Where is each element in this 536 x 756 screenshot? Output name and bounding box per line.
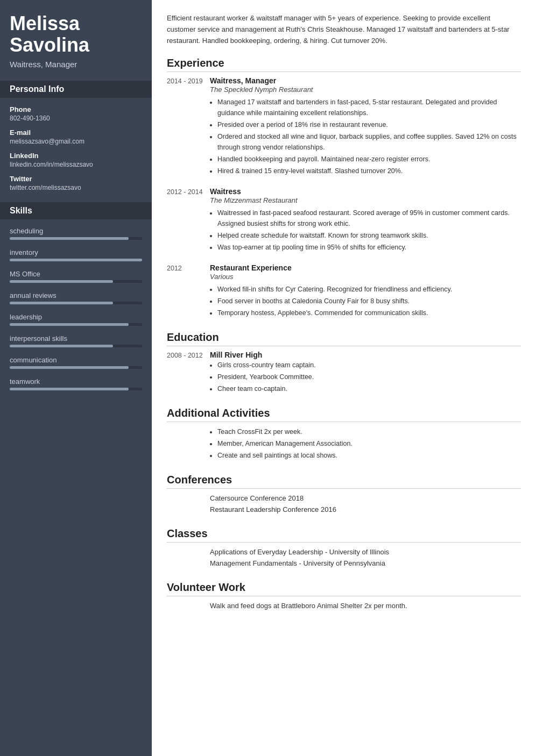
entry-bullets: Worked fill-in shifts for Cyr Catering. … — [210, 284, 521, 318]
skill-bar-bg — [10, 237, 142, 240]
activities-list: Teach CrossFit 2x per week.Member, Ameri… — [210, 426, 352, 461]
skill-item: annual reviews — [10, 291, 142, 304]
skill-item: leadership — [10, 313, 142, 326]
entry-body: Restaurant Experience Various Worked fil… — [210, 263, 521, 319]
experience-section: Experience 2014 - 2019 Waitress, Manager… — [167, 57, 521, 319]
skill-bar-fill — [10, 302, 113, 304]
activities-body: Teach CrossFit 2x per week.Member, Ameri… — [210, 426, 352, 462]
volunteer-body: Walk and feed dogs at Brattleboro Animal… — [210, 601, 407, 612]
skill-name: annual reviews — [10, 291, 142, 299]
volunteer-entry: Walk and feed dogs at Brattleboro Animal… — [167, 601, 521, 612]
activities-entry: Teach CrossFit 2x per week.Member, Ameri… — [167, 426, 521, 462]
class-item: Applications of Everyday Leadership - Un… — [210, 547, 389, 558]
linkedin-label: LinkedIn — [10, 152, 142, 160]
entry-company: The Mizzenmast Restaurant — [210, 196, 521, 204]
volunteer-section: Volunteer Work Walk and feed dogs at Bra… — [167, 581, 521, 612]
classes-date — [167, 547, 210, 569]
entry-bullets: Waitressed in fast-paced seafood restaur… — [210, 208, 521, 253]
activities-section: Additional Activities Teach CrossFit 2x … — [167, 407, 521, 462]
skill-item: inventory — [10, 248, 142, 261]
education-section: Education 2008 - 2012 Mill River High Gi… — [167, 331, 521, 395]
bullet: Teach CrossFit 2x per week. — [217, 426, 352, 437]
classes-heading: Classes — [167, 527, 521, 543]
conference-item: Catersource Conference 2018 — [210, 493, 336, 504]
volunteer-item: Walk and feed dogs at Brattleboro Animal… — [210, 601, 407, 612]
bullet: Food server in booths at Caledonia Count… — [217, 296, 521, 306]
skill-bar-bg — [10, 366, 142, 369]
entry-date: 2012 - 2014 — [167, 187, 210, 254]
bullet: Hired & trained 15 entry-level waitstaff… — [217, 166, 521, 176]
entry-job-title: Waitress, Manager — [210, 76, 521, 85]
conferences-body: Catersource Conference 2018Restaurant Le… — [210, 493, 336, 516]
bullet: Managed 17 waitstaff and bartenders in f… — [217, 97, 521, 118]
skill-item: teamwork — [10, 377, 142, 390]
bullet: Temporary hostess, Applebee's. Commended… — [217, 308, 521, 318]
twitter-label: Twitter — [10, 175, 142, 183]
experience-entry: 2012 Restaurant Experience Various Worke… — [167, 263, 521, 319]
activities-heading: Additional Activities — [167, 407, 521, 422]
entry-body: Waitress The Mizzenmast Restaurant Waitr… — [210, 187, 521, 254]
conferences-heading: Conferences — [167, 474, 521, 489]
skill-bar-bg — [10, 323, 142, 326]
skill-item: communication — [10, 356, 142, 369]
entry-company: The Speckled Nymph Restaurant — [210, 85, 521, 94]
experience-entry: 2014 - 2019 Waitress, Manager The Speckl… — [167, 76, 521, 177]
volunteer-date — [167, 601, 210, 612]
volunteer-heading: Volunteer Work — [167, 581, 521, 596]
skill-bar-fill — [10, 345, 113, 347]
skill-bar-fill — [10, 323, 129, 326]
summary-text: Efficient restaurant worker & waitstaff … — [167, 13, 521, 46]
bullet: Waitressed in fast-paced seafood restaur… — [217, 208, 521, 229]
skill-name: communication — [10, 356, 142, 364]
bullet: Was top-earner at tip pooling time in 95… — [217, 242, 521, 253]
skill-name: MS Office — [10, 270, 142, 278]
education-entry: 2008 - 2012 Mill River High Girls cross-… — [167, 351, 521, 395]
candidate-name: Melissa Savolina — [10, 13, 142, 55]
experience-entry: 2012 - 2014 Waitress The Mizzenmast Rest… — [167, 187, 521, 254]
skill-item: MS Office — [10, 270, 142, 283]
entry-bullets: Managed 17 waitstaff and bartenders in f… — [210, 97, 521, 176]
skills-section: Skills scheduling inventory MS Office an… — [10, 202, 142, 390]
entry-job-title: Restaurant Experience — [210, 263, 521, 272]
bullet: Worked fill-in shifts for Cyr Catering. … — [217, 284, 521, 295]
bullet: Girls cross-country team captain. — [217, 360, 521, 370]
bullet: Ordered and stocked all wine and liquor,… — [217, 131, 521, 153]
skill-item: scheduling — [10, 227, 142, 240]
skill-bar-fill — [10, 388, 129, 390]
skill-bar-bg — [10, 280, 142, 283]
bullet: President, Yearbook Committee. — [217, 372, 521, 382]
phone-value: 802-490-1360 — [10, 115, 142, 122]
skill-bar-bg — [10, 388, 142, 390]
personal-info-heading: Personal Info — [0, 81, 152, 98]
class-item: Management Fundamentals - University of … — [210, 558, 389, 569]
skill-bar-bg — [10, 345, 142, 347]
entry-date: 2014 - 2019 — [167, 76, 210, 177]
conferences-entry: Catersource Conference 2018Restaurant Le… — [167, 493, 521, 516]
entry-job-title: Mill River High — [210, 351, 521, 359]
entry-job-title: Waitress — [210, 187, 521, 196]
skill-name: teamwork — [10, 377, 142, 386]
skill-bar-fill — [10, 259, 142, 261]
skill-bar-bg — [10, 302, 142, 304]
bullet: Handled bookkeeping and payroll. Maintai… — [217, 154, 521, 165]
skill-bar-fill — [10, 237, 129, 240]
classes-entry: Applications of Everyday Leadership - Un… — [167, 547, 521, 569]
email-value: melissazsavo@gmail.com — [10, 138, 142, 145]
twitter-value: twitter.com/melissazsavo — [10, 184, 142, 191]
skill-name: leadership — [10, 313, 142, 321]
candidate-title: Waitress, Manager — [10, 60, 142, 69]
phone-label: Phone — [10, 105, 142, 113]
bullet: Member, American Management Association. — [217, 438, 352, 449]
experience-heading: Experience — [167, 57, 521, 72]
skill-item: interpersonal skills — [10, 334, 142, 347]
skill-name: inventory — [10, 248, 142, 256]
entry-bullets: Girls cross-country team captain.Preside… — [210, 360, 521, 394]
classes-section: Classes Applications of Everyday Leaders… — [167, 527, 521, 569]
entry-company: Various — [210, 273, 521, 281]
skill-name: scheduling — [10, 227, 142, 235]
skill-bar-fill — [10, 366, 129, 369]
bullet: Create and sell paintings at local shows… — [217, 450, 352, 461]
sidebar: Melissa Savolina Waitress, Manager Perso… — [0, 0, 152, 756]
entry-date: 2012 — [167, 263, 210, 319]
skills-heading: Skills — [0, 202, 152, 219]
